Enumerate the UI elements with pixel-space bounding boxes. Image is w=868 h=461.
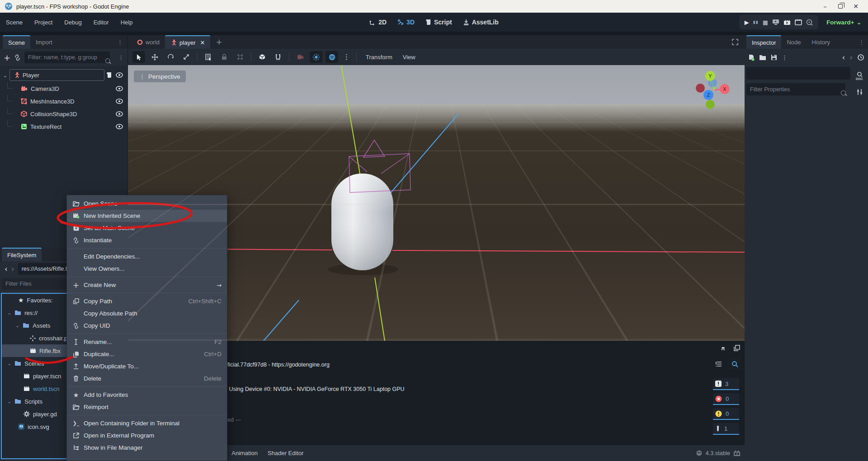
search-messages-icon[interactable] bbox=[728, 358, 741, 370]
history-back-button[interactable]: ‹ bbox=[5, 264, 8, 273]
menu-item-copy-uid[interactable]: Copy UID bbox=[67, 320, 227, 332]
scene-tab-world[interactable]: world bbox=[132, 35, 165, 49]
load-resource-icon[interactable] bbox=[759, 55, 766, 61]
tab-filesystem[interactable]: FileSystem bbox=[2, 248, 42, 261]
projection-dropdown[interactable]: ⋮ Perspective bbox=[134, 71, 186, 82]
workspace-assetlib[interactable]: AssetLib bbox=[463, 19, 499, 26]
workspace-3d[interactable]: 3D bbox=[397, 19, 415, 26]
menu-item-copy-absolute-path[interactable]: Copy Absolute Path bbox=[67, 307, 227, 320]
snap-mode-icon[interactable] bbox=[256, 51, 269, 63]
version-label[interactable]: 4.3.stable bbox=[706, 450, 730, 456]
restore-button[interactable] bbox=[833, 1, 848, 11]
collapse-caret-icon[interactable]: ⌄ bbox=[3, 72, 8, 79]
menu-item-open-in-terminal[interactable]: ❯_ Open Containing Folder in Terminal bbox=[67, 417, 227, 429]
close-tab-icon[interactable]: ✕ bbox=[200, 39, 205, 46]
preview-environment-icon[interactable] bbox=[326, 51, 338, 63]
pause-button[interactable]: ▮▮ bbox=[753, 20, 759, 24]
message-count-badge[interactable]: 3 bbox=[713, 378, 739, 390]
close-button[interactable]: ✕ bbox=[848, 1, 863, 11]
warning-count-badge[interactable]: 0 bbox=[713, 408, 739, 420]
visibility-eye-icon[interactable] bbox=[116, 86, 123, 91]
scene-tree-options-icon[interactable]: ⋮ bbox=[118, 54, 124, 61]
rotate-tool-button[interactable] bbox=[164, 51, 177, 63]
tab-history[interactable]: History bbox=[807, 35, 835, 49]
clear-output-icon[interactable] bbox=[720, 344, 726, 351]
play-custom-scene-icon[interactable] bbox=[795, 19, 802, 25]
tab-inspector[interactable]: Inspector bbox=[746, 35, 781, 49]
menu-item-delete[interactable]: Delete Delete bbox=[67, 372, 227, 385]
workspace-2d[interactable]: 2D bbox=[369, 19, 387, 26]
menu-item-open-scene[interactable]: Open Scene bbox=[67, 198, 227, 210]
scale-tool-button[interactable] bbox=[180, 51, 193, 63]
resource-options-icon[interactable]: ⋮ bbox=[782, 54, 788, 61]
select-tool-button[interactable] bbox=[132, 51, 145, 63]
menu-item-create-new[interactable]: + Create New → bbox=[67, 279, 227, 291]
scene-filter-input[interactable] bbox=[24, 52, 109, 63]
viewport-options-icon[interactable]: ⋮ bbox=[341, 53, 352, 61]
panel-shader-editor[interactable]: Shader Editor bbox=[263, 450, 309, 456]
tree-node-camera3d[interactable]: Camera3D bbox=[0, 82, 127, 95]
movie-maker-icon[interactable] bbox=[806, 19, 813, 26]
inspector-dock-menu-icon[interactable]: ⋮ bbox=[859, 39, 864, 46]
scene-tab-player[interactable]: player ✕ bbox=[165, 35, 210, 49]
collapse-caret-icon[interactable]: ⌄ bbox=[7, 310, 11, 316]
expand-viewport-icon[interactable] bbox=[732, 39, 738, 45]
menu-item-new-inherited-scene[interactable]: New Inherited Scene bbox=[67, 210, 227, 222]
doc-search-icon[interactable]: DOC bbox=[855, 71, 863, 80]
new-scene-tab-button[interactable]: + bbox=[210, 35, 227, 49]
collapse-caret-icon[interactable]: ⌄ bbox=[15, 323, 19, 329]
update-spinner-icon[interactable] bbox=[734, 450, 740, 456]
menu-item-copy-path[interactable]: Copy Path Ctrl+Shift+C bbox=[67, 295, 227, 307]
tree-node-meshinstance3d[interactable]: MeshInstance3D bbox=[0, 95, 127, 108]
renderer-profile-dropdown[interactable]: Forward+ ⌄ bbox=[826, 13, 862, 32]
menu-debug[interactable]: Debug bbox=[58, 19, 87, 26]
menu-scene[interactable]: Scene bbox=[0, 19, 28, 26]
camera-preview-icon[interactable] bbox=[294, 51, 307, 63]
visibility-eye-icon[interactable] bbox=[116, 124, 123, 129]
new-resource-icon[interactable] bbox=[748, 54, 755, 61]
group-icon[interactable] bbox=[234, 51, 246, 63]
copy-output-icon[interactable] bbox=[734, 345, 740, 351]
edit-count-badge[interactable]: 1 bbox=[713, 423, 739, 435]
visibility-eye-icon[interactable] bbox=[116, 99, 123, 104]
instantiate-scene-icon[interactable] bbox=[14, 54, 21, 61]
menu-editor[interactable]: Editor bbox=[88, 19, 115, 26]
tab-scene[interactable]: Scene bbox=[3, 35, 30, 49]
tree-node-texturerect[interactable]: TextureRect bbox=[0, 120, 127, 133]
menu-item-move-duplicate-to[interactable]: Move/Duplicate To... bbox=[67, 360, 227, 372]
edit-forward-button[interactable]: › bbox=[849, 53, 853, 62]
menu-item-show-in-file-manager[interactable]: Show in File Manager bbox=[67, 442, 227, 454]
panel-animation[interactable]: Animation bbox=[226, 450, 263, 456]
menu-item-instantiate[interactable]: Instantiate bbox=[67, 234, 227, 246]
view-menu[interactable]: View bbox=[400, 54, 418, 61]
manage-properties-icon[interactable] bbox=[856, 89, 863, 95]
menu-item-set-as-main-scene[interactable]: Set as Main Scene bbox=[67, 222, 227, 234]
filter-properties-input[interactable] bbox=[746, 83, 845, 95]
tree-node-player[interactable]: ⌄ Player bbox=[0, 68, 127, 82]
collapse-caret-icon[interactable]: ⌄ bbox=[7, 361, 11, 367]
play-scene-icon[interactable] bbox=[783, 19, 791, 25]
remote-debug-icon[interactable] bbox=[772, 19, 779, 25]
menu-item-add-to-favorites[interactable]: ★ Add to Favorites bbox=[67, 389, 227, 401]
menu-item-reimport[interactable]: Reimport bbox=[67, 401, 227, 413]
tab-import[interactable]: Import bbox=[30, 35, 58, 49]
visibility-eye-icon[interactable] bbox=[116, 72, 123, 78]
collapse-caret-icon[interactable]: ⌄ bbox=[7, 399, 11, 405]
history-forward-button[interactable]: › bbox=[11, 264, 14, 273]
transform-menu[interactable]: Transform bbox=[361, 54, 397, 61]
tree-node-collisionshape3d[interactable]: CollisionShape3D bbox=[0, 108, 127, 120]
scene-dock-menu-icon[interactable]: ⋮ bbox=[117, 39, 123, 46]
play-button[interactable]: ▶ bbox=[745, 19, 749, 26]
error-count-badge[interactable]: 0 bbox=[713, 393, 739, 405]
preview-sunlight-icon[interactable] bbox=[310, 51, 322, 63]
collapse-messages-icon[interactable] bbox=[712, 358, 725, 370]
menu-item-open-external[interactable]: Open in External Program bbox=[67, 429, 227, 442]
menu-item-edit-dependencies[interactable]: Edit Dependencies... bbox=[67, 250, 227, 263]
tab-node[interactable]: Node bbox=[781, 35, 806, 49]
menu-help[interactable]: Help bbox=[115, 19, 139, 26]
attached-script-icon[interactable] bbox=[106, 72, 112, 78]
add-node-button[interactable]: + bbox=[4, 53, 10, 62]
axis-navigation-gizmo[interactable]: Y X Z bbox=[695, 69, 736, 110]
menu-project[interactable]: Project bbox=[28, 19, 58, 26]
save-resource-icon[interactable] bbox=[771, 54, 777, 61]
